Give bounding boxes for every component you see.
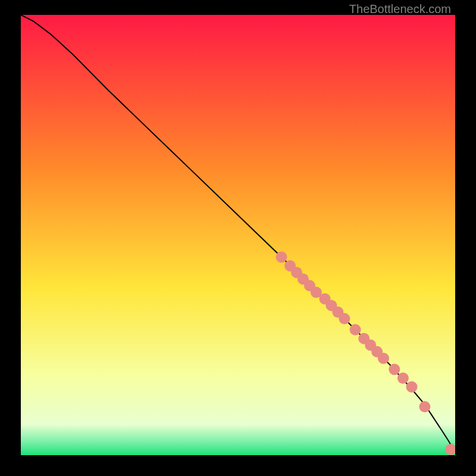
data-marker xyxy=(276,252,287,263)
data-marker xyxy=(350,324,361,336)
data-marker xyxy=(389,364,400,375)
data-marker xyxy=(339,313,350,324)
bottleneck-chart xyxy=(21,15,455,455)
data-marker xyxy=(397,372,409,384)
data-marker xyxy=(406,381,418,393)
data-marker xyxy=(419,401,430,412)
chart-stage: TheBottleneck.com xyxy=(0,0,476,476)
attribution-text: TheBottleneck.com xyxy=(349,2,451,16)
data-marker xyxy=(378,353,389,364)
plot-background xyxy=(21,15,455,455)
